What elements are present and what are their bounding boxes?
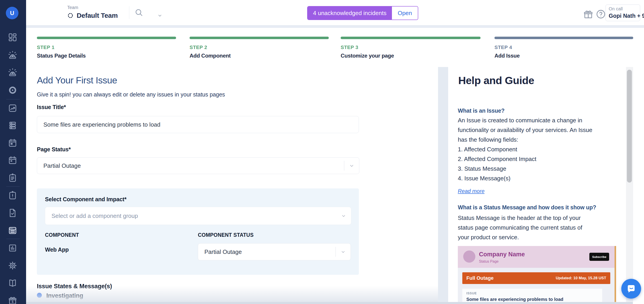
preview-subscribe-button: Subscribe bbox=[589, 253, 609, 261]
help-body-line: An Issue is created to communicate a cha… bbox=[458, 116, 624, 125]
help-body-line: Status Message is the header at the top … bbox=[458, 213, 624, 223]
right-margin bbox=[633, 67, 644, 304]
issue-title-input[interactable] bbox=[37, 116, 359, 133]
topbar-divider bbox=[129, 6, 129, 19]
team-label: Team bbox=[67, 5, 78, 10]
clipboard-alert-icon bbox=[8, 190, 18, 200]
sidebar-item-tasks[interactable] bbox=[8, 208, 18, 218]
step1-bar bbox=[37, 37, 176, 39]
sidebar-item-status-pages[interactable] bbox=[8, 225, 18, 236]
step2-tag[interactable]: STEP 2 bbox=[190, 44, 207, 50]
incident-siren-icon bbox=[8, 50, 18, 60]
help-list-item: 4. Issue Message(s) bbox=[458, 174, 624, 183]
sidebar-item-analytics[interactable] bbox=[8, 243, 18, 253]
sidebar: U bbox=[0, 0, 26, 304]
trend-chart-icon bbox=[8, 103, 18, 113]
team-switcher[interactable]: Default Team bbox=[67, 12, 163, 19]
target-icon bbox=[8, 85, 18, 95]
step2-bar bbox=[190, 37, 329, 39]
sidebar-divider bbox=[6, 186, 20, 187]
whats-new-button[interactable] bbox=[583, 9, 594, 19]
step3-label: Customize your page bbox=[341, 52, 394, 59]
app-logo[interactable]: U bbox=[6, 7, 18, 19]
sidebar-item-schedules[interactable] bbox=[8, 138, 18, 148]
page-subtitle: Give it a spin! you can always edit or d… bbox=[37, 91, 225, 98]
bar-chart-icon bbox=[8, 243, 18, 253]
question-circle-icon bbox=[596, 9, 606, 19]
page-status-select[interactable]: Partial Outage bbox=[37, 158, 359, 174]
team-dashed-circle-icon bbox=[67, 12, 74, 19]
sidebar-item-incidents[interactable] bbox=[8, 50, 18, 60]
sidebar-item-alerts[interactable] bbox=[8, 68, 18, 78]
oncall-label: On call bbox=[609, 6, 623, 12]
preview-outage-banner: Full Outage Updated: 10 May, 15.28 UST bbox=[462, 272, 610, 284]
sidebar-item-runbooks[interactable] bbox=[8, 173, 18, 183]
team-name: Default Team bbox=[77, 12, 118, 19]
component-status-select[interactable]: Partial Outage bbox=[198, 243, 351, 260]
sidebar-item-services[interactable] bbox=[8, 120, 18, 131]
help-body-line: functionality or availability of your se… bbox=[458, 125, 624, 135]
search-button[interactable] bbox=[134, 8, 144, 17]
sidebar-item-live[interactable] bbox=[8, 85, 18, 95]
step4-tag[interactable]: STEP 4 bbox=[494, 44, 512, 50]
help-section2-heading: What is a Status Message and how does it… bbox=[458, 204, 596, 211]
sidebar-item-docs[interactable] bbox=[8, 278, 18, 288]
page-title: Add Your First Issue bbox=[37, 75, 117, 86]
state-investigating: Investigating bbox=[46, 292, 83, 299]
chat-launcher-button[interactable] bbox=[621, 279, 641, 298]
sidebar-item-insights[interactable] bbox=[8, 103, 18, 113]
clipboard-icon bbox=[8, 173, 18, 183]
issue-title-label: Issue Title* bbox=[37, 104, 66, 110]
page-status-label: Page Status* bbox=[37, 146, 70, 153]
sidebar-item-settings[interactable] bbox=[8, 260, 18, 271]
preview-company-avatar bbox=[463, 250, 475, 263]
open-incidents-button[interactable]: Open bbox=[392, 6, 418, 20]
preview-issue-card: ISSUE Some files are experiencing proble… bbox=[462, 289, 602, 304]
step4-label: Add Issue bbox=[494, 52, 520, 59]
component-status-value: Partial Outage bbox=[198, 248, 336, 256]
browser-window-icon bbox=[8, 226, 18, 236]
component-group-placeholder: Select or add a component group bbox=[45, 212, 336, 220]
read-more-link[interactable]: Read more bbox=[458, 188, 484, 194]
sidebar-item-postmortems[interactable] bbox=[8, 190, 18, 200]
preview-banner-status: Full Outage bbox=[466, 275, 556, 281]
sidebar-item-refer[interactable]: $ bbox=[8, 296, 18, 304]
step3-bar bbox=[341, 37, 480, 39]
oncall-value: Gopi Nath + 9 bbox=[609, 12, 644, 19]
page-status-value: Partial Outage bbox=[37, 162, 344, 169]
chevron-down-icon bbox=[336, 249, 350, 255]
bottom-scroll-strip bbox=[26, 302, 633, 304]
component-status-column-header: COMPONENT STATUS bbox=[198, 232, 254, 238]
server-stack-icon bbox=[8, 120, 18, 130]
component-group-select[interactable]: Select or add a component group bbox=[45, 207, 351, 225]
help-list-item: 3. Status Message bbox=[458, 164, 624, 174]
alert-siren-icon bbox=[8, 68, 18, 78]
dashboard-grid-icon bbox=[8, 32, 18, 42]
step3-tag[interactable]: STEP 3 bbox=[341, 44, 358, 50]
help-section1-heading: What is an Issue? bbox=[458, 108, 504, 114]
unacknowledged-incidents-badge[interactable]: 4 unacknowledged incidents Open bbox=[307, 6, 418, 20]
sidebar-item-overrides[interactable] bbox=[8, 155, 18, 166]
component-impact-label: Select Component and Impact* bbox=[45, 196, 126, 202]
sidebar-divider bbox=[6, 239, 20, 239]
help-list-item: 2. Affected Component Impact bbox=[458, 154, 624, 164]
step1-label: Status Page Details bbox=[37, 52, 86, 59]
help-list-item: 1. Affected Component bbox=[458, 144, 624, 154]
help-body-line: your product or service. bbox=[458, 232, 624, 242]
step4-bar bbox=[494, 37, 633, 39]
preview-company-name: Company Name bbox=[479, 251, 525, 258]
chevron-down-icon bbox=[336, 213, 351, 219]
gift-dollar-icon: $ bbox=[8, 296, 18, 304]
help-button[interactable] bbox=[596, 9, 606, 19]
component-column-header: COMPONENT bbox=[45, 232, 79, 238]
steps-row bbox=[26, 28, 644, 67]
book-icon bbox=[8, 278, 18, 288]
panel-gutter bbox=[438, 67, 448, 304]
step1-tag[interactable]: STEP 1 bbox=[37, 44, 54, 50]
component-name: Web App bbox=[45, 246, 69, 253]
sidebar-item-dashboard[interactable] bbox=[8, 32, 18, 42]
preview-banner-updated: Updated: 10 May, 15.28 UST bbox=[556, 276, 606, 280]
help-scrollbar-thumb[interactable] bbox=[627, 70, 632, 182]
chevron-down-icon bbox=[344, 162, 359, 169]
topbar: Team Default Team 4 unacknowledged incid… bbox=[26, 0, 644, 26]
